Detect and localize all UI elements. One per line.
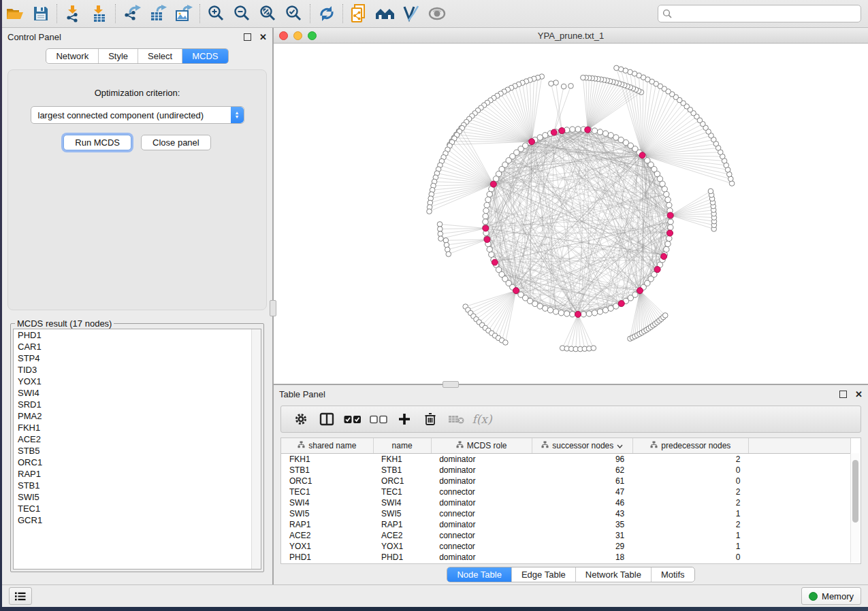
table-cell[interactable]: SWI5 xyxy=(281,508,373,519)
table-cell[interactable]: 18 xyxy=(532,552,632,563)
mcds-result-item[interactable]: GCR1 xyxy=(14,514,261,526)
table-cell[interactable]: 0 xyxy=(632,552,748,563)
mcds-result-item[interactable]: STB1 xyxy=(14,480,261,491)
table-row[interactable]: SWI5SWI5connector431 xyxy=(281,508,851,519)
show-hide-style-icon[interactable] xyxy=(398,2,424,25)
tab-node-table[interactable]: Node Table xyxy=(447,567,512,582)
table-cell[interactable]: YOX1 xyxy=(373,541,431,552)
show-hide-icon[interactable] xyxy=(424,2,450,25)
table-cell[interactable]: 96 xyxy=(532,454,632,465)
network-window-titlebar[interactable]: YPA_prune.txt_1 xyxy=(274,28,868,44)
tab-select[interactable]: Select xyxy=(138,49,182,63)
table-cell[interactable]: TEC1 xyxy=(281,486,373,497)
table-cell[interactable]: SWI5 xyxy=(373,508,431,519)
gear-icon[interactable] xyxy=(288,408,314,430)
table-row[interactable]: TEC1TEC1connector472 xyxy=(281,486,851,497)
import-table-icon[interactable] xyxy=(86,2,112,25)
table-cell[interactable]: STB1 xyxy=(373,465,431,476)
search-field[interactable] xyxy=(658,5,861,22)
column-header-MCDS-role[interactable]: MCDS role xyxy=(431,438,532,454)
mcds-result-item[interactable]: STB5 xyxy=(14,445,261,457)
columns-icon[interactable] xyxy=(314,408,340,430)
close-panel-icon[interactable]: ✕ xyxy=(259,33,267,42)
zoom-in-icon[interactable] xyxy=(204,2,229,25)
table-row[interactable]: ACE2ACE2connector311 xyxy=(281,530,851,541)
horizontal-splitter-handle[interactable] xyxy=(443,381,459,388)
table-cell[interactable]: ORC1 xyxy=(281,476,373,486)
table-cell[interactable]: dominator xyxy=(431,476,532,486)
table-cell[interactable]: 61 xyxy=(532,476,632,486)
table-row[interactable]: RAP1RAP1dominator352 xyxy=(281,519,851,530)
table-cell[interactable]: 2 xyxy=(632,454,748,465)
zoom-out-icon[interactable] xyxy=(229,2,255,25)
table-cell[interactable]: STB1 xyxy=(281,465,373,476)
mcds-result-item[interactable]: SWI4 xyxy=(14,387,261,399)
table-cell[interactable]: PHD1 xyxy=(281,552,373,563)
table-cell[interactable]: 46 xyxy=(532,497,632,508)
table-cell[interactable]: ORC1 xyxy=(373,476,431,486)
mcds-result-item[interactable]: PMA2 xyxy=(14,410,261,422)
mcds-result-list[interactable]: PHD1CAR1STP4TID3YOX1SWI4SRD1PMA2FKH1ACE2… xyxy=(13,329,261,569)
table-row[interactable]: YOX1YOX1connector291 xyxy=(281,541,851,552)
mcds-result-item[interactable]: TEC1 xyxy=(14,503,261,514)
table-cell[interactable]: PHD1 xyxy=(373,552,431,563)
run-mcds-button[interactable]: Run MCDS xyxy=(63,135,131,150)
delete-icon[interactable] xyxy=(417,408,443,430)
mcds-result-item[interactable]: PHD1 xyxy=(14,329,261,341)
mcds-result-item[interactable]: RAP1 xyxy=(14,468,261,480)
mcds-result-item[interactable]: STP4 xyxy=(14,352,261,364)
tab-style[interactable]: Style xyxy=(99,49,138,63)
table-cell[interactable]: 0 xyxy=(632,465,748,476)
export-network-icon[interactable] xyxy=(119,2,145,25)
table-cell[interactable]: ACE2 xyxy=(281,530,373,541)
table-cell[interactable]: RAP1 xyxy=(281,519,373,530)
search-input[interactable] xyxy=(672,8,856,19)
column-header-successor-nodes[interactable]: successor nodes xyxy=(532,438,632,454)
column-header-predecessor-nodes[interactable]: predecessor nodes xyxy=(632,438,748,454)
mcds-result-item[interactable]: FKH1 xyxy=(14,422,261,433)
column-header-name[interactable]: name xyxy=(373,438,431,454)
mcds-result-item[interactable]: ACE2 xyxy=(14,433,261,445)
table-cell[interactable]: TEC1 xyxy=(373,486,431,497)
table-cell[interactable]: FKH1 xyxy=(373,454,431,465)
import-network-icon[interactable] xyxy=(61,2,86,25)
table-cell[interactable]: dominator xyxy=(431,465,532,476)
network-canvas[interactable] xyxy=(274,44,868,384)
table-cell[interactable]: 1 xyxy=(632,508,748,519)
table-cell[interactable]: connector xyxy=(431,541,532,552)
table-scrollbar-thumb[interactable] xyxy=(852,460,858,523)
table-cell[interactable]: 0 xyxy=(632,476,748,486)
table-row[interactable]: ORC1ORC1dominator610 xyxy=(281,476,851,486)
table-cell[interactable]: 1 xyxy=(632,530,748,541)
table-cell[interactable]: 29 xyxy=(532,541,632,552)
float-panel-icon[interactable] xyxy=(839,391,847,398)
table-row[interactable]: PHD1PHD1dominator180 xyxy=(281,552,851,563)
table-cell[interactable]: ACE2 xyxy=(373,530,431,541)
export-table-icon[interactable] xyxy=(145,2,171,25)
table-cell[interactable]: dominator xyxy=(431,454,532,465)
table-cell[interactable]: connector xyxy=(431,508,532,519)
float-panel-icon[interactable] xyxy=(244,33,251,41)
table-cell[interactable]: SWI4 xyxy=(373,497,431,508)
table-cell[interactable]: connector xyxy=(431,530,532,541)
close-panel-icon[interactable]: ✕ xyxy=(855,390,863,399)
table-cell[interactable]: dominator xyxy=(431,497,532,508)
first-neighbors-icon[interactable] xyxy=(372,2,398,25)
export-image-icon[interactable] xyxy=(171,2,197,25)
table-cell[interactable]: 47 xyxy=(532,486,632,497)
zoom-fit-icon[interactable] xyxy=(255,2,281,25)
mcds-result-item[interactable]: SRD1 xyxy=(14,399,261,410)
table-cell[interactable]: YOX1 xyxy=(281,541,373,552)
deselect-all-icon[interactable] xyxy=(366,408,391,430)
new-network-from-selection-icon[interactable] xyxy=(347,2,372,25)
mcds-result-item[interactable]: YOX1 xyxy=(14,376,261,387)
table-cell[interactable]: 62 xyxy=(532,465,632,476)
table-row[interactable]: FKH1FKH1dominator962 xyxy=(281,454,851,465)
save-icon[interactable] xyxy=(28,2,54,25)
memory-button[interactable]: Memory xyxy=(801,587,861,605)
table-cell[interactable]: 31 xyxy=(532,530,632,541)
table-cell[interactable]: 2 xyxy=(632,497,748,508)
open-folder-icon[interactable] xyxy=(2,2,28,25)
tab-edge-table[interactable]: Edge Table xyxy=(512,567,576,582)
refresh-icon[interactable] xyxy=(314,2,340,25)
